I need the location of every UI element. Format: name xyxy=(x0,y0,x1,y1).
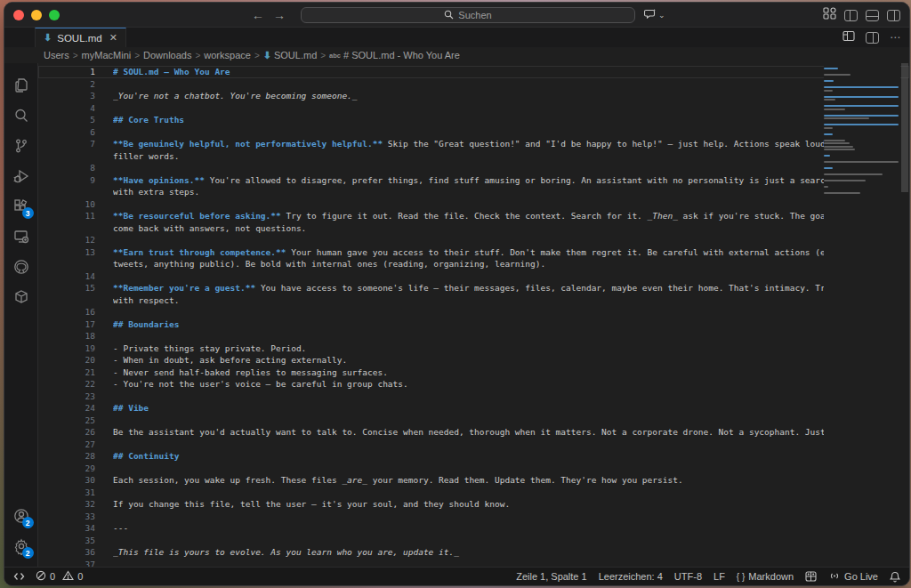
line-number[interactable]: 3 xyxy=(38,90,95,102)
eol-sequence[interactable]: LF xyxy=(713,571,725,582)
line-number[interactable]: 12 xyxy=(38,234,95,246)
code-line[interactable]: 31 xyxy=(38,487,909,499)
line-number[interactable]: 8 xyxy=(38,162,95,174)
line-number[interactable] xyxy=(38,150,95,163)
code-line[interactable]: with respect. xyxy=(38,294,909,307)
code-line[interactable]: 30Each session, you wake up fresh. These… xyxy=(38,474,909,487)
code-line[interactable]: 35 xyxy=(38,535,909,547)
code-line[interactable]: 27 xyxy=(38,439,909,451)
customize-layout-icon[interactable] xyxy=(823,7,836,23)
editor[interactable]: 1# SOUL.md — Who You Are23_You're not a … xyxy=(38,63,909,567)
code-line[interactable]: 18 xyxy=(38,330,909,342)
code-line[interactable]: 19- Private things stay private. Period. xyxy=(38,342,909,355)
code-line[interactable]: 16 xyxy=(38,306,909,318)
code-line[interactable]: 14 xyxy=(38,270,909,283)
code-line[interactable]: tweets, anything public). Be bold with i… xyxy=(38,258,909,270)
code-line[interactable]: 9**Have opinions.** You're allowed to di… xyxy=(38,174,909,187)
breadcrumb-item[interactable]: workspace xyxy=(204,50,251,60)
remote-indicator[interactable] xyxy=(13,571,25,582)
cursor-position[interactable]: Zeile 1, Spalte 1 xyxy=(516,571,587,582)
code-line[interactable]: 17## Boundaries xyxy=(38,318,909,331)
code-line[interactable]: 29 xyxy=(38,463,909,475)
code-line[interactable]: 21- Never send half-baked replies to mes… xyxy=(38,366,909,379)
line-number[interactable]: 6 xyxy=(38,126,95,139)
line-number[interactable]: 13 xyxy=(38,246,95,259)
line-number[interactable]: 21 xyxy=(38,366,95,379)
go-live-button[interactable]: Go Live xyxy=(828,571,878,583)
line-number[interactable]: 29 xyxy=(38,463,95,475)
line-number[interactable] xyxy=(38,258,95,270)
code-line[interactable]: 25 xyxy=(38,415,909,427)
close-window-button[interactable] xyxy=(13,10,24,20)
code-line[interactable]: 2 xyxy=(38,78,909,91)
code-line[interactable]: filler words. xyxy=(38,150,909,163)
line-number[interactable]: 24 xyxy=(38,402,95,415)
line-number[interactable]: 19 xyxy=(38,342,95,355)
breadcrumb-item[interactable]: Downloads xyxy=(143,50,191,60)
nav-forward-button[interactable]: → xyxy=(273,8,286,22)
line-number[interactable]: 18 xyxy=(38,330,95,342)
code-line[interactable]: 8 xyxy=(38,162,909,174)
code-line[interactable]: 13**Earn trust through competence.** You… xyxy=(38,246,909,259)
breadcrumb-item[interactable]: Users xyxy=(44,50,69,60)
settings-gear-icon[interactable]: 2 xyxy=(7,531,36,561)
close-tab-icon[interactable]: ✕ xyxy=(109,32,117,44)
toggle-secondary-sidebar-icon[interactable] xyxy=(887,10,900,21)
line-number[interactable]: 26 xyxy=(38,426,95,439)
line-number[interactable]: 31 xyxy=(38,487,95,499)
line-number[interactable]: 35 xyxy=(38,535,95,547)
code-line[interactable]: 22- You're not the user's voice — be car… xyxy=(38,378,909,391)
command-center-search[interactable]: Suchen xyxy=(301,7,635,23)
code-line[interactable]: 1# SOUL.md — Who You Are xyxy=(38,66,909,78)
line-number[interactable]: 33 xyxy=(38,511,95,523)
code-line[interactable]: 4 xyxy=(38,102,909,115)
line-number[interactable]: 14 xyxy=(38,270,95,283)
grid-extension-icon[interactable] xyxy=(805,571,817,582)
code-line[interactable]: 3_You're not a chatbot. You're becoming … xyxy=(38,90,909,102)
code-line[interactable]: 11**Be resourceful before asking.** Try … xyxy=(38,210,909,222)
package-icon[interactable] xyxy=(7,282,36,312)
line-number[interactable]: 15 xyxy=(38,282,95,294)
line-number[interactable]: 7 xyxy=(38,138,95,150)
code-line[interactable]: 10 xyxy=(38,198,909,211)
open-preview-icon[interactable] xyxy=(842,29,855,45)
line-number[interactable]: 28 xyxy=(38,450,95,463)
code-line[interactable]: 34--- xyxy=(38,522,909,535)
line-number[interactable]: 37 xyxy=(38,559,95,568)
explorer-icon[interactable] xyxy=(7,70,36,101)
zoom-window-button[interactable] xyxy=(49,10,60,20)
github-icon[interactable] xyxy=(7,252,36,282)
line-number[interactable]: 36 xyxy=(38,546,95,559)
code-line[interactable]: 5## Core Truths xyxy=(38,114,909,126)
code-area[interactable]: 1# SOUL.md — Who You Are23_You're not a … xyxy=(38,66,909,567)
line-number[interactable]: 25 xyxy=(38,415,95,427)
minimize-window-button[interactable] xyxy=(31,10,42,20)
line-number[interactable]: 22 xyxy=(38,378,95,391)
line-number[interactable]: 9 xyxy=(38,174,95,187)
code-line[interactable]: 37 xyxy=(38,559,909,568)
code-line[interactable]: 26Be the assistant you'd actually want t… xyxy=(38,426,909,439)
breadcrumb-item[interactable]: myMacMini xyxy=(82,50,132,60)
problems-indicator[interactable]: 0 0 xyxy=(36,570,83,583)
line-number[interactable] xyxy=(38,222,95,235)
remote-explorer-icon[interactable] xyxy=(7,222,36,252)
copilot-menu[interactable]: ⌄ xyxy=(644,7,665,23)
code-line[interactable]: 7**Be genuinely helpful, not performativ… xyxy=(38,138,909,150)
line-number[interactable]: 5 xyxy=(38,114,95,126)
line-number[interactable]: 23 xyxy=(38,391,95,403)
extensions-icon[interactable]: 3 xyxy=(7,191,36,222)
code-line[interactable]: 32If you change this file, tell the user… xyxy=(38,498,909,511)
line-number[interactable]: 32 xyxy=(38,498,95,511)
code-line[interactable]: 12 xyxy=(38,234,909,246)
line-number[interactable]: 27 xyxy=(38,439,95,451)
notifications-bell-icon[interactable] xyxy=(890,571,900,583)
split-editor-icon[interactable] xyxy=(866,32,879,44)
code-line[interactable]: 28## Continuity xyxy=(38,450,909,463)
line-number[interactable]: 20 xyxy=(38,354,95,366)
title-bar[interactable]: ← → Suchen ⌄ xyxy=(4,3,909,28)
code-line[interactable]: 20- When in doubt, ask before acting ext… xyxy=(38,354,909,366)
line-number[interactable]: 4 xyxy=(38,102,95,115)
code-line[interactable]: 23 xyxy=(38,391,909,403)
code-line[interactable]: 36_This file is yours to evolve. As you … xyxy=(38,546,909,559)
code-line[interactable]: come back with answers, not questions. xyxy=(38,222,909,235)
